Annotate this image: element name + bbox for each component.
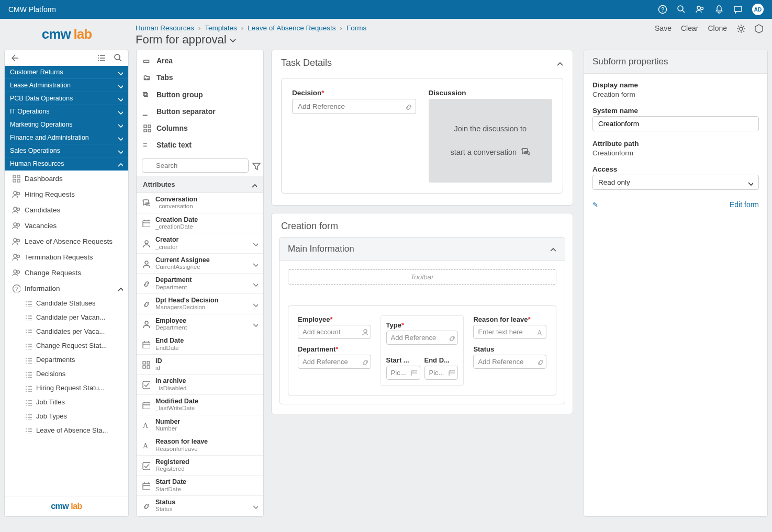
sidebar-acc-marketing[interactable]: Marketing Operations (5, 118, 128, 131)
list-icon (25, 356, 32, 364)
attr-_lastWriteDate[interactable]: Modified Date_lastWriteDate (137, 395, 263, 415)
attr-StartDate[interactable]: Start DateStartDate (137, 476, 263, 496)
link-icon (142, 279, 151, 288)
logo[interactable]: cmwlab (0, 19, 133, 50)
info-decisions[interactable]: Decisions (5, 367, 128, 381)
sidebar-acc-finance[interactable]: Finance and Administration (5, 131, 128, 144)
access-select[interactable]: Read only (592, 175, 759, 190)
users-icon[interactable] (696, 5, 705, 14)
save-button[interactable]: Save (655, 24, 672, 32)
sidebar-item-leave[interactable]: Leave of Absence Requests (5, 233, 128, 249)
attr-Number[interactable]: NumberNumber (137, 415, 263, 436)
comp-area[interactable]: ▭Area (137, 52, 263, 69)
collapse-icon[interactable] (10, 53, 19, 63)
help-icon[interactable] (658, 5, 667, 14)
edit-form-link[interactable]: Edit form (730, 200, 759, 209)
users-icon (12, 237, 20, 245)
toolbar-placeholder[interactable]: Toolbar (288, 269, 556, 285)
attr-id[interactable]: IDid (137, 355, 263, 375)
comp-columns[interactable]: Columns (137, 120, 263, 137)
info-cpv2[interactable]: Candidates per Vaca... (5, 324, 128, 338)
attr-EndDate[interactable]: End DateEndDate (137, 334, 263, 355)
edit-icon[interactable]: ✎ (592, 201, 598, 209)
sidebar-acc-hr[interactable]: Human Resources (5, 157, 128, 171)
attr-_isDisabled[interactable]: In archive_isDisabled (137, 375, 263, 395)
attr-Department[interactable]: EmployeeDepartment (137, 314, 263, 335)
decision-input[interactable]: Add Reference (292, 99, 416, 114)
attributes-header[interactable]: Attributes (137, 176, 263, 193)
task-details-header[interactable]: Task Details (272, 50, 573, 76)
sidebar-acc-sales[interactable]: Sales Operations (5, 144, 128, 157)
sidebar-acc-customer-returns[interactable]: Customer Returns (5, 66, 128, 79)
info-jobtitles[interactable]: Job Titles (5, 395, 128, 409)
text-icon (142, 441, 151, 449)
attr-_creator[interactable]: Creator_creator (137, 233, 263, 254)
attr-Department[interactable]: DepartmentDepartment (137, 274, 263, 294)
sidebar-item-change[interactable]: Change Requests (5, 265, 128, 280)
sidebar-item-information[interactable]: Information (5, 280, 128, 296)
info-icon (12, 284, 20, 292)
chevron-down-icon (250, 280, 258, 287)
sidebar-item-dashboards[interactable]: Dashboards (5, 171, 128, 186)
info-candidate-statuses[interactable]: Candidate Statuses (5, 296, 128, 310)
comp-tabs[interactable]: 🗂Tabs (137, 69, 263, 86)
filter-icon[interactable] (252, 162, 260, 170)
attr-Reasonforleave[interactable]: Reason for leaveReasonforleave (137, 435, 263, 456)
attr-CurrentAssignee[interactable]: Current AssigneeCurrentAssignee (137, 254, 263, 274)
bell-icon[interactable] (714, 5, 724, 14)
chevron-down-icon (250, 503, 258, 509)
info-hrs[interactable]: Hiring Request Statu... (5, 381, 128, 395)
hex-icon[interactable] (754, 24, 763, 32)
discussion-placeholder[interactable]: Join the discussion to start a conversat… (429, 99, 553, 183)
comp-button-sep[interactable]: ⎯Button separator (137, 103, 263, 120)
info-crs[interactable]: Change Request Stat... (5, 338, 128, 353)
check-icon (142, 380, 151, 389)
sidebar-acc-pcb[interactable]: PCB Data Operations (5, 92, 128, 105)
text-icon (536, 328, 543, 335)
info-jobtypes[interactable]: Job Types (5, 409, 128, 423)
list-icon (25, 399, 32, 406)
sidebar-acc-lease[interactable]: Lease Administration (5, 79, 128, 92)
sidebar-acc-it[interactable]: IT Operations (5, 105, 128, 118)
attr-_conversation[interactable]: Conversation_conversation (137, 193, 263, 213)
info-cpv[interactable]: Candidate per Vacan... (5, 310, 128, 324)
start-date-label: Start ... (386, 356, 420, 364)
comp-static-text[interactable]: ≡Static text (137, 137, 263, 153)
attr-ManagersDecision[interactable]: Dpt Head's DecisionManagersDecision (137, 294, 263, 314)
sidebar-item-hiring[interactable]: Hiring Requests (5, 186, 128, 202)
crumb-2[interactable]: Leave of Absence Requests (248, 24, 335, 32)
sidebar-search-icon[interactable] (114, 53, 123, 63)
users-icon (12, 268, 20, 277)
sidebar-item-vacancies[interactable]: Vacancies (5, 218, 128, 233)
app-title: CMW Platform (8, 5, 56, 14)
main-info-header[interactable]: Main Information (279, 237, 565, 261)
sidebar-item-candidates[interactable]: Candidates (5, 202, 128, 218)
chevron-up-icon (549, 245, 556, 253)
system-name-input[interactable] (592, 116, 759, 131)
search-icon[interactable] (677, 5, 686, 14)
attr-_creationDate[interactable]: Creation Date_creationDate (137, 213, 263, 234)
attr-Status[interactable]: StatusStatus (137, 496, 263, 516)
num-icon (142, 421, 151, 429)
info-loa-sta[interactable]: Leave of Absence Sta... (5, 423, 128, 437)
avatar[interactable]: AD (752, 4, 764, 15)
info-departments[interactable]: Departments (5, 353, 128, 367)
sidebar-item-termination[interactable]: Termination Requests (5, 249, 128, 265)
clone-button[interactable]: Clone (708, 24, 727, 32)
list-view-icon[interactable] (97, 53, 106, 63)
end-date-label: End D... (424, 356, 458, 364)
clear-button[interactable]: Clear (681, 24, 698, 32)
crumb-0[interactable]: Human Resources (136, 24, 194, 32)
topbar: CMW Platform AD (0, 0, 772, 19)
attribute-path-label: Attribute path (592, 140, 759, 148)
user-icon (142, 320, 151, 328)
crumb-3[interactable]: Forms (346, 24, 366, 32)
crumb-1[interactable]: Templates (205, 24, 237, 32)
chat-icon[interactable] (733, 5, 743, 14)
users-icon (12, 206, 20, 214)
attr-Registered[interactable]: RegisteredRegistered (137, 456, 263, 476)
component-search-input[interactable] (142, 159, 249, 173)
comp-button-group[interactable]: ⧉Button group (137, 86, 263, 103)
gear-icon[interactable] (736, 24, 745, 32)
page-title[interactable]: Form for approval (136, 33, 366, 47)
